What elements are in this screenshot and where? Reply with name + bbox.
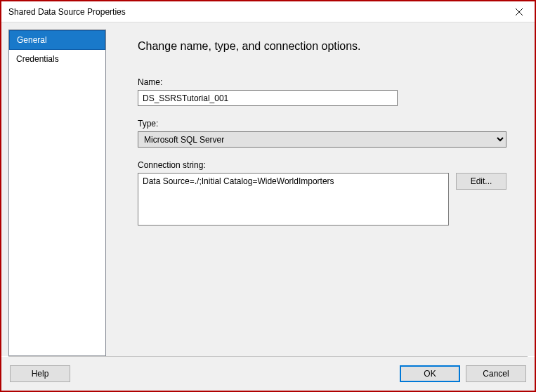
cancel-button[interactable]: Cancel <box>466 365 526 382</box>
footer: Help OK Cancel <box>1 357 535 391</box>
panel-heading: Change name, type, and connection option… <box>138 40 506 53</box>
connection-label: Connection string: <box>138 160 506 170</box>
main-panel: Change name, type, and connection option… <box>113 30 528 356</box>
sidebar-item-label: General <box>17 35 47 45</box>
type-select[interactable]: Microsoft SQL Server <box>138 131 506 148</box>
sidebar-item-label: Credentials <box>16 54 59 64</box>
sidebar-item-credentials[interactable]: Credentials <box>9 50 105 69</box>
close-icon <box>516 8 523 15</box>
sidebar-item-general[interactable]: General <box>9 30 105 50</box>
connection-row: Edit... <box>138 173 506 226</box>
window-title: Shared Data Source Properties <box>8 7 126 17</box>
titlebar: Shared Data Source Properties <box>1 1 535 22</box>
close-button[interactable] <box>503 1 535 22</box>
dialog-window: Shared Data Source Properties General Cr… <box>0 0 536 392</box>
name-input[interactable] <box>138 90 398 106</box>
footer-right: OK Cancel <box>400 365 526 382</box>
ok-button[interactable]: OK <box>400 365 460 382</box>
help-button[interactable]: Help <box>10 365 70 382</box>
connection-string-input[interactable] <box>138 173 449 226</box>
type-label: Type: <box>138 119 506 129</box>
name-label: Name: <box>138 77 506 87</box>
edit-button[interactable]: Edit... <box>456 173 506 190</box>
dialog-body: General Credentials Change name, type, a… <box>1 22 535 356</box>
sidebar: General Credentials <box>8 30 106 356</box>
